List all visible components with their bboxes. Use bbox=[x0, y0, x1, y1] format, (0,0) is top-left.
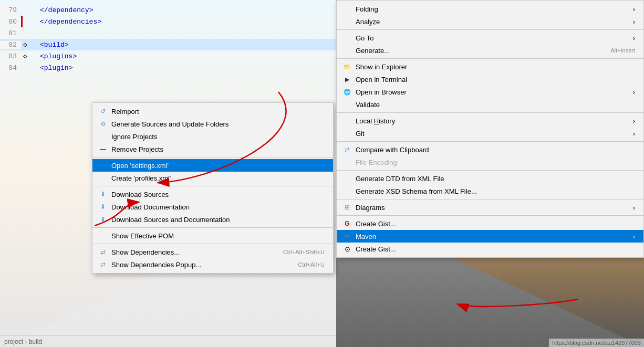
editor-line-79: 79 </dependency> bbox=[0, 4, 336, 16]
menu-item-show-deps-popup[interactable]: ⇄ Show Dependencies Popup... Ctrl+Alt+U bbox=[92, 258, 333, 271]
generate-sources-icon: ⚙ bbox=[98, 120, 108, 128]
git-arrow: › bbox=[628, 130, 635, 138]
separator-r3 bbox=[337, 112, 643, 113]
menu-item-analyze[interactable]: Analyze › bbox=[337, 15, 643, 28]
separator-r6 bbox=[337, 199, 643, 199]
menu-item-create-gist2[interactable]: ⊙ Create Gist... bbox=[337, 243, 643, 255]
menu-item-open-terminal[interactable]: ▶ Open in Terminal bbox=[337, 73, 643, 86]
menu-item-create-profiles[interactable]: Create 'profiles.xml' bbox=[92, 172, 333, 184]
separator-4 bbox=[92, 244, 333, 244]
editor-line-83: 83 ◇ <plugins> bbox=[0, 50, 336, 62]
menu-item-git[interactable]: Git › bbox=[337, 127, 643, 140]
open-terminal-icon: ▶ bbox=[342, 76, 352, 83]
breadcrumb: project › build bbox=[4, 338, 42, 345]
separator-r7 bbox=[337, 215, 643, 216]
menu-item-gen-dtd[interactable]: Generate DTD from XML File bbox=[337, 172, 643, 185]
menu-item-ignore-projects[interactable]: Ignore Projects bbox=[92, 130, 333, 143]
editor-line-84: 84 <plugin> bbox=[0, 62, 336, 73]
breadcrumb-bar: project › build bbox=[0, 335, 336, 347]
local-history-arrow: › bbox=[628, 117, 635, 125]
separator-r4 bbox=[337, 141, 643, 142]
download-sources-icon: ⬇ bbox=[98, 191, 108, 198]
download-both-icon: ⬇ bbox=[98, 216, 108, 223]
context-menu-right: Folding › Analyze › Go To › Generate... … bbox=[336, 0, 644, 258]
editor-line-80: 80 </dependencies> bbox=[0, 16, 336, 27]
separator-r1 bbox=[337, 29, 643, 30]
menu-item-compare-clipboard[interactable]: ⇄ Compare with Clipboard bbox=[337, 143, 643, 156]
github-icon: ⊙ bbox=[342, 245, 352, 253]
menu-item-diagrams[interactable]: ⊞ Diagrams › bbox=[337, 201, 643, 214]
menu-item-remove-projects[interactable]: — Remove Projects bbox=[92, 143, 333, 155]
editor-line-81: 81 bbox=[0, 27, 336, 39]
create-gist-icon: G bbox=[342, 220, 352, 227]
menu-item-open-browser[interactable]: 🌐 Open in Browser › bbox=[337, 86, 643, 98]
menu-item-file-encoding: File Encoding bbox=[337, 156, 643, 169]
menu-item-show-in-explorer[interactable]: 📁 Show in Explorer bbox=[337, 60, 643, 73]
url-text: https://blog.csdn.net/aa142977003 bbox=[552, 340, 641, 346]
menu-item-folding[interactable]: Folding › bbox=[337, 3, 643, 15]
menu-item-maven[interactable]: m Maven › bbox=[337, 230, 643, 243]
maven-arrow: › bbox=[628, 233, 635, 240]
context-menu-left: ↺ Reimport ⚙ Generate Sources and Update… bbox=[92, 102, 334, 274]
menu-item-local-history[interactable]: Local History › bbox=[337, 114, 643, 127]
diagrams-icon: ⊞ bbox=[342, 204, 352, 211]
menu-item-create-gist[interactable]: G Create Gist... bbox=[337, 217, 643, 230]
menu-item-show-effective[interactable]: Show Effective POM bbox=[92, 229, 333, 242]
separator-1 bbox=[92, 157, 333, 157]
menu-item-show-deps[interactable]: ⇄ Show Dependencies... Ctrl+Alt+Shift+U bbox=[92, 246, 333, 258]
menu-item-download-both[interactable]: ⬇ Download Sources and Documentation bbox=[92, 213, 333, 226]
goto-arrow: › bbox=[628, 34, 635, 42]
separator-3 bbox=[92, 227, 333, 228]
editor-line-82: 82 ◇ <build> bbox=[0, 39, 336, 50]
menu-item-generate-sources[interactable]: ⚙ Generate Sources and Update Folders bbox=[92, 118, 333, 130]
analyze-arrow: › bbox=[628, 18, 635, 26]
menu-item-download-sources[interactable]: ⬇ Download Sources bbox=[92, 188, 333, 201]
menu-item-gen-xsd[interactable]: Generate XSD Schema from XML File... bbox=[337, 185, 643, 197]
url-bar: https://blog.csdn.net/aa142977003 bbox=[549, 339, 644, 347]
remove-icon: — bbox=[98, 145, 108, 153]
diagrams-arrow: › bbox=[628, 204, 635, 212]
menu-item-reimport[interactable]: ↺ Reimport bbox=[92, 105, 333, 118]
download-docs-icon: ⬇ bbox=[98, 203, 108, 211]
open-browser-icon: 🌐 bbox=[342, 89, 352, 96]
separator-2 bbox=[92, 186, 333, 186]
separator-r2 bbox=[337, 58, 643, 59]
reimport-icon: ↺ bbox=[98, 108, 108, 115]
show-deps-popup-icon: ⇄ bbox=[98, 261, 108, 268]
show-in-explorer-icon: 📁 bbox=[342, 64, 352, 70]
menu-item-validate[interactable]: Validate bbox=[337, 98, 643, 111]
show-deps-icon: ⇄ bbox=[98, 248, 108, 256]
compare-clipboard-icon: ⇄ bbox=[342, 146, 352, 153]
separator-r5 bbox=[337, 170, 643, 171]
menu-item-generate[interactable]: Generate... Alt+Insert bbox=[337, 44, 643, 57]
menu-item-download-docs[interactable]: ⬇ Download Documentation bbox=[92, 201, 333, 213]
maven-icon: m bbox=[342, 233, 352, 240]
menu-item-goto[interactable]: Go To › bbox=[337, 31, 643, 44]
open-browser-arrow: › bbox=[628, 88, 635, 96]
folding-arrow: › bbox=[628, 5, 635, 13]
menu-item-open-settings[interactable]: Open 'settings.xml' bbox=[92, 159, 333, 172]
